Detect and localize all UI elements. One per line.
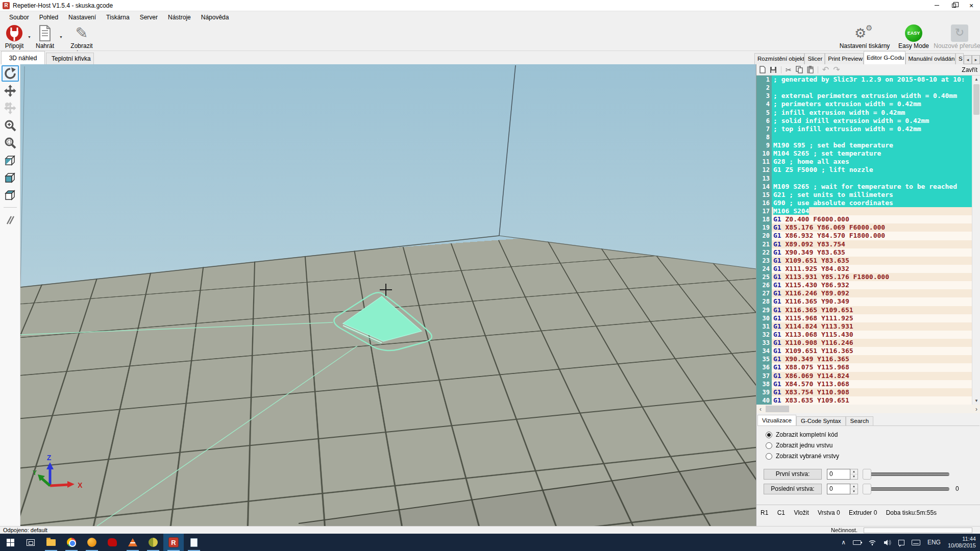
first-layer-spinner[interactable]: ▲▼ <box>850 469 858 480</box>
copy-icon[interactable] <box>796 66 803 73</box>
horizontal-scroll-thumb[interactable] <box>766 406 789 412</box>
editor-horizontal-scrollbar[interactable]: ‹ › <box>756 405 980 413</box>
menu-soubor[interactable]: Soubor <box>4 12 34 22</box>
slicer-app-button[interactable] <box>143 534 163 551</box>
scroll-down-arrow[interactable]: ▼ <box>972 397 980 405</box>
gcode-line[interactable]: 37G1 X86.069 Y114.824 <box>756 372 972 380</box>
notepad-button[interactable] <box>184 534 204 551</box>
tab-print-preview[interactable]: Print Preview <box>825 53 864 64</box>
gcode-line[interactable]: 18G1 Z0.400 F6000.000 <box>756 215 972 223</box>
gcode-line[interactable]: 10M104 S265 ; set temperature <box>756 149 972 158</box>
top-view-tool[interactable] <box>2 187 19 203</box>
undo-icon[interactable]: ↶ <box>822 66 829 73</box>
gcode-line[interactable]: 4; perimeters extrusion width = 0.42mm <box>756 100 972 108</box>
gcode-line[interactable]: 7; top infill extrusion width = 0.42mm <box>756 125 972 133</box>
radio-show-selected-layers[interactable]: Zobrazit vybrané vrstvy <box>766 452 839 460</box>
chrome-button[interactable] <box>61 534 82 551</box>
gcode-line[interactable]: 30G1 X115.968 Y111.925 <box>756 314 972 322</box>
tab-3d-nahled[interactable]: 3D náhled <box>1 51 45 64</box>
gcode-line[interactable]: 3; external perimeters extrusion width =… <box>756 92 972 100</box>
upload-dropdown-caret[interactable]: ▼ <box>59 35 63 39</box>
zoom-fit-tool[interactable] <box>2 135 19 151</box>
gcode-line[interactable]: 21G1 X89.092 Y83.754 <box>756 240 972 248</box>
tray-chevron-icon[interactable]: ∧ <box>841 539 846 546</box>
gcode-line[interactable]: 12G1 Z5 F5000 ; lift nozzle <box>756 166 972 174</box>
start-button[interactable] <box>0 534 20 551</box>
last-layer-slider[interactable] <box>866 487 949 491</box>
gcode-line[interactable]: 15G21 ; set units to millimeters <box>756 191 972 199</box>
tab-rozmisteni-objektu[interactable]: Rozmístění objektů <box>754 53 804 64</box>
gcode-line[interactable]: 22G1 X90.349 Y83.635 <box>756 248 972 257</box>
menu-server[interactable]: Server <box>135 12 163 22</box>
tab-editor-gcodu[interactable]: Editor G-Codu <box>864 51 905 64</box>
tab-manualni-ovladani[interactable]: Manuální ovládání <box>905 53 955 64</box>
save-icon[interactable] <box>770 66 777 73</box>
gcode-line[interactable]: 26G1 X115.430 Y86.932 <box>756 281 972 289</box>
last-layer-slider-thumb[interactable] <box>863 484 871 494</box>
tab-clipped[interactable]: S <box>955 53 964 64</box>
parallel-projection-tool[interactable] <box>2 212 19 228</box>
gcode-line[interactable]: 29G1 X116.365 Y109.651 <box>756 306 972 314</box>
red-app-button[interactable] <box>102 534 122 551</box>
gcode-line[interactable]: 16G90 ; use absolute coordinates <box>756 199 972 207</box>
menu-napoveda[interactable]: Nápověda <box>196 12 234 22</box>
file-explorer-button[interactable] <box>41 534 61 551</box>
vertical-scroll-thumb[interactable] <box>973 84 979 115</box>
menu-nastroje[interactable]: Nástroje <box>163 12 196 22</box>
gcode-line[interactable]: 23G1 X109.651 Y83.635 <box>756 257 972 265</box>
tab-scroll-left-button[interactable]: ◂ <box>964 55 972 64</box>
first-layer-slider[interactable] <box>866 472 949 476</box>
gcode-line[interactable]: 9M190 S95 ; set bed temperature <box>756 141 972 149</box>
printer-settings-button[interactable]: ⚙⚙ Nastavení tiskárny <box>836 24 893 49</box>
task-view-button[interactable] <box>20 534 41 551</box>
first-layer-value[interactable]: 0 <box>827 469 850 480</box>
gcode-line[interactable]: 14M109 S265 ; wait for temperature to be… <box>756 183 972 191</box>
menu-pohled[interactable]: Pohled <box>34 12 63 22</box>
gcode-line[interactable]: 6; solid infill extrusion width = 0.42mm <box>756 117 972 125</box>
radio-show-complete-code[interactable]: Zobrazit kompletní kód <box>766 431 838 439</box>
menu-nastaveni[interactable]: Nastavení <box>63 12 101 22</box>
menu-tiskarna[interactable]: Tiskárna <box>101 12 135 22</box>
gcode-line[interactable]: 40G1 X83.635 Y109.651 <box>756 396 972 405</box>
speaker-icon[interactable] <box>884 539 891 546</box>
gcode-line[interactable]: 28G1 X116.365 Y90.349 <box>756 297 972 306</box>
gcode-line[interactable]: 8 <box>756 133 972 141</box>
gcode-line[interactable]: 11G28 ; home all axes <box>756 158 972 166</box>
tab-slicer[interactable]: Slicer <box>804 53 825 64</box>
wifi-icon[interactable] <box>868 539 876 545</box>
move-view-tool[interactable] <box>2 83 19 99</box>
gcode-line[interactable]: 1; generated by Slic3r 1.2.9 on 2015-08-… <box>756 76 972 84</box>
last-layer-spinner[interactable]: ▲▼ <box>850 484 858 494</box>
scroll-up-arrow[interactable]: ▲ <box>972 76 980 83</box>
vlc-button[interactable] <box>122 534 143 551</box>
paste-icon[interactable] <box>807 66 814 73</box>
orange-app-button[interactable] <box>82 534 102 551</box>
gcode-line[interactable]: 31G1 X114.824 Y113.931 <box>756 322 972 331</box>
tab-scroll-right-button[interactable]: ▸ <box>972 55 980 64</box>
gcode-line[interactable]: 35G1 X90.349 Y116.365 <box>756 355 972 363</box>
first-layer-slider-thumb[interactable] <box>863 469 871 480</box>
close-editor-button[interactable]: Zavřít <box>962 66 977 73</box>
gcode-line[interactable]: 34G1 X109.651 Y116.365 <box>756 347 972 355</box>
gcode-line[interactable]: 17M106 S204 <box>756 207 972 215</box>
tab-vizualizace[interactable]: Vizualizace <box>757 415 796 425</box>
gcode-line[interactable]: 5; infill extrusion width = 0.42mm <box>756 109 972 117</box>
gcode-line[interactable]: 2 <box>756 84 972 92</box>
gcode-line[interactable]: 25G1 X113.931 Y85.176 F1800.000 <box>756 273 972 281</box>
tab-gcode-syntax[interactable]: G-Code Syntax <box>796 416 846 425</box>
gcode-line[interactable]: 24G1 X111.925 Y84.032 <box>756 265 972 273</box>
easy-mode-button[interactable]: EASY Easy Mode <box>897 24 930 49</box>
last-layer-button[interactable]: Poslední vrstva: <box>764 484 822 494</box>
scroll-left-arrow[interactable]: ‹ <box>756 406 765 413</box>
first-layer-button[interactable]: První vrstva: <box>764 469 822 480</box>
gcode-line[interactable]: 32G1 X113.068 Y115.430 <box>756 331 972 339</box>
gcode-line[interactable]: 19G1 X85.176 Y86.069 F6000.000 <box>756 223 972 232</box>
tab-teplotni-krivka[interactable]: Teplotní křivka <box>46 53 94 64</box>
last-layer-value[interactable]: 0 <box>827 484 850 494</box>
clock[interactable]: 11:44 10/08/2015 <box>948 536 976 549</box>
tab-search[interactable]: Search <box>846 416 873 425</box>
front-view-tool[interactable] <box>2 169 19 186</box>
editor-vertical-scrollbar[interactable]: ▲ ▼ <box>972 76 980 405</box>
connect-dropdown-caret[interactable]: ▼ <box>28 35 31 39</box>
isometric-view-tool[interactable] <box>2 152 19 168</box>
